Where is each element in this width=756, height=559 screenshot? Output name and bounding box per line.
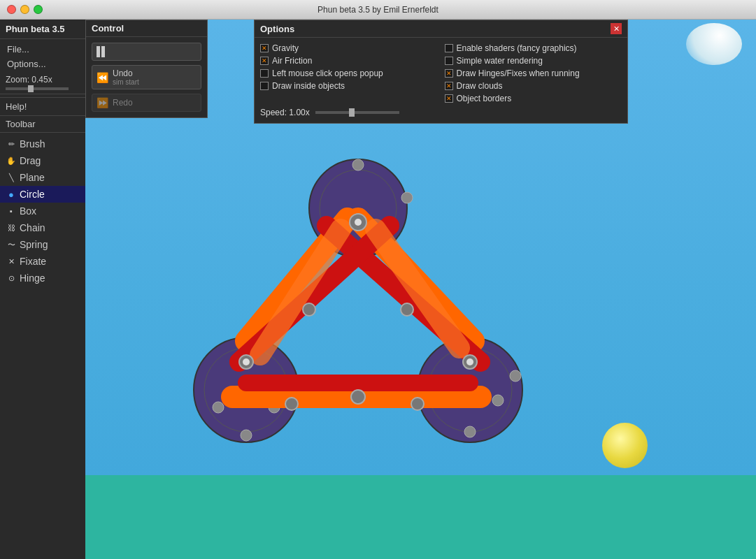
svg-point-9 (492, 395, 504, 406)
draw-clouds-checkbox[interactable]: ✕ (445, 82, 453, 90)
object-borders-label: Object borders (457, 94, 512, 103)
redo-button[interactable]: ⏩ Redo (92, 94, 201, 112)
undo-label: Undo (113, 68, 139, 78)
draw-hinges-checkbox[interactable]: ✕ (445, 69, 453, 78)
options-close-button[interactable]: ✕ (611, 23, 622, 34)
toolbar-items: ✏ Brush ✋ Drag ╲ Plane ● Circle ▪ Box ⛓ … (0, 133, 85, 289)
mouse-popup-checkbox[interactable] (260, 69, 269, 78)
undo-icon: ⏪ (97, 72, 108, 83)
control-title: Control (86, 20, 207, 37)
object-borders-checkbox[interactable]: ✕ (445, 94, 453, 103)
tool-drag[interactable]: ✋ Drag (0, 152, 85, 169)
tool-plane-label: Plane (20, 172, 45, 183)
tool-fixate-label: Fixate (20, 256, 46, 267)
opt-simple-water: Simple water rendering (445, 56, 622, 66)
undo-label-area: Undo sim start (113, 68, 139, 86)
menu-section: File... Options... Zoom: 0.45x (0, 39, 85, 98)
maximize-button[interactable] (34, 5, 43, 14)
svg-point-12 (510, 370, 521, 382)
tool-drag-label: Drag (20, 155, 41, 166)
opt-gravity: ✕ Gravity (260, 43, 438, 53)
tool-chain[interactable]: ⛓ Chain (0, 219, 85, 236)
zoom-area: Zoom: 0.45x (0, 71, 85, 94)
simple-water-checkbox[interactable] (445, 57, 453, 65)
svg-point-4 (213, 402, 224, 413)
zoom-handle[interactable] (28, 85, 34, 92)
spring-icon: 〜 (6, 239, 17, 250)
pause-button[interactable] (92, 43, 201, 61)
opt-shaders: Enable shaders (fancy graphics) (445, 43, 622, 53)
svg-point-36 (243, 358, 250, 365)
tool-plane[interactable]: ╲ Plane (0, 169, 85, 186)
tool-spring-label: Spring (20, 239, 48, 250)
speed-label: Speed: 1.00x (260, 108, 310, 117)
tool-hinge[interactable]: ⊙ Hinge (0, 270, 85, 286)
window-title: Phun beta 3.5 by Emil Ernerfeldt (318, 5, 438, 15)
box-icon: ▪ (6, 205, 17, 217)
tool-circle[interactable]: ● Circle (0, 186, 85, 203)
tool-chain-label: Chain (20, 222, 45, 233)
speed-slider[interactable] (315, 111, 399, 114)
circle-icon: ● (6, 189, 17, 200)
sidebar: Phun beta 3.5 File... Options... Zoom: 0… (0, 20, 85, 559)
undo-sub: sim start (113, 78, 139, 86)
svg-point-18 (401, 192, 413, 203)
shaders-checkbox[interactable] (445, 44, 453, 52)
yellow-ball (602, 423, 648, 468)
draw-inside-label: Draw inside objects (272, 81, 345, 91)
help-item[interactable]: Help! (0, 98, 85, 116)
brush-icon: ✏ (6, 138, 17, 150)
air-friction-checkbox[interactable]: ✕ (260, 57, 269, 65)
opt-draw-clouds: ✕ Draw clouds (445, 81, 622, 91)
tool-spring[interactable]: 〜 Spring (0, 236, 85, 253)
zoom-slider[interactable] (6, 87, 69, 90)
opt-mouse-popup: Left mouse click opens popup (260, 68, 438, 78)
tool-brush-label: Brush (20, 138, 45, 150)
svg-point-32 (411, 398, 424, 410)
redo-icon: ⏩ (97, 97, 108, 108)
gravity-label: Gravity (272, 43, 299, 53)
toolbar-label: Toolbar (0, 116, 85, 133)
pause-icon (97, 46, 105, 57)
mouse-popup-label: Left mouse click opens popup (272, 68, 383, 78)
zoom-label: Zoom: 0.45x (6, 75, 52, 85)
titlebar: Phun beta 3.5 by Emil Ernerfeldt (0, 0, 756, 20)
minimize-button[interactable] (20, 5, 29, 14)
options-title-bar: Options ✕ (255, 20, 627, 38)
opt-draw-inside: Draw inside objects (260, 81, 438, 91)
svg-point-35 (355, 219, 362, 226)
tool-box[interactable]: ▪ Box (0, 203, 85, 219)
air-friction-label: Air Friction (272, 56, 312, 66)
svg-point-30 (351, 390, 365, 404)
options-panel: Options ✕ ✕ Gravity Enable shaders (fanc… (254, 20, 628, 124)
chain-icon: ⛓ (6, 222, 17, 233)
plane-icon: ╲ (6, 172, 17, 183)
undo-button[interactable]: ⏪ Undo sim start (92, 65, 201, 89)
tool-hinge-label: Hinge (20, 273, 45, 284)
tool-fixate[interactable]: ✕ Fixate (0, 253, 85, 270)
tool-brush[interactable]: ✏ Brush (0, 136, 85, 152)
options-title: Options (260, 24, 294, 34)
options-menu[interactable]: Options... (0, 57, 85, 71)
draw-clouds-label: Draw clouds (457, 81, 503, 91)
svg-point-33 (303, 303, 315, 316)
draw-inside-checkbox[interactable] (260, 82, 269, 90)
app-title: Phun beta 3.5 (0, 20, 85, 39)
main-area: Phun beta 3.5 File... Options... Zoom: 0… (0, 20, 756, 559)
speed-row: Speed: 1.00x (260, 108, 622, 117)
control-buttons: ⏪ Undo sim start ⏩ Redo (86, 37, 207, 117)
svg-point-34 (401, 303, 413, 316)
speed-handle[interactable] (349, 108, 355, 117)
opt-air-friction: ✕ Air Friction (260, 56, 438, 66)
svg-point-11 (464, 426, 476, 437)
file-menu[interactable]: File... (0, 42, 85, 57)
drag-icon: ✋ (6, 155, 17, 166)
fixate-icon: ✕ (6, 256, 17, 267)
titlebar-buttons (7, 5, 43, 14)
gravity-checkbox[interactable]: ✕ (260, 44, 269, 52)
tool-circle-label: Circle (20, 189, 45, 200)
redo-label: Redo (113, 98, 133, 108)
tool-box-label: Box (20, 205, 36, 217)
svg-point-37 (466, 358, 473, 365)
close-button[interactable] (7, 5, 16, 14)
